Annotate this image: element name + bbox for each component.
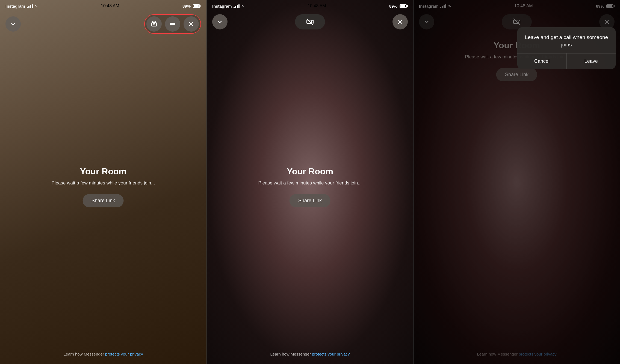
privacy-footer-2: Learn how Messenger protects your privac… [207,352,413,356]
signal-bar-1 [27,7,28,8]
video-camera-button[interactable] [165,16,180,32]
svg-rect-0 [152,23,157,26]
battery-pct-2: 89% [389,4,397,8]
privacy-link-2[interactable]: protects your privacy [312,352,350,356]
signal-bar-4 [32,4,33,8]
popup-menu: Leave and get a call when someone joins … [517,27,616,69]
battery-pct-1: 89% [182,4,191,8]
close-button-1[interactable] [184,16,199,32]
signal-bar-2-3 [237,5,238,8]
status-left-1: Instagram ∿ [5,4,38,8]
screen-1: Instagram ∿ 10:48 AM 89% [0,0,206,364]
time-2: 10:48 AM [308,4,326,8]
top-controls-2 [207,14,413,29]
room-subtitle-2: Please wait a few minutes while your fri… [228,180,393,186]
status-right-1: 89% [182,4,201,8]
svg-point-1 [153,23,155,25]
status-right-2: 89% [389,4,408,8]
camera-off-toggle[interactable] [295,14,325,29]
room-subtitle-1: Please wait a few minutes while your fri… [21,180,186,186]
signal-bars-2 [234,4,240,8]
signal-bar-3 [30,5,31,8]
room-content-2: Your Room Please wait a few minutes whil… [228,166,393,207]
battery-icon-2 [400,4,408,8]
share-link-button-1[interactable]: Share Link [83,194,124,207]
time-1: 10:48 AM [101,4,119,8]
signal-bar-2-4 [238,4,240,8]
chevron-down-button-1[interactable] [5,16,21,32]
app-name-2: Instagram [212,4,232,8]
share-link-button-2[interactable]: Share Link [290,194,330,207]
room-title-2: Your Room [228,166,393,177]
wifi-icon-2: ∿ [241,4,244,8]
footer-text-1: Learn how Messenger [64,352,105,356]
camera-flip-button[interactable] [146,16,162,32]
top-controls-1 [0,14,206,34]
popup-actions: Cancel Leave [517,53,616,69]
svg-line-3 [307,19,313,25]
popup-title: Leave and get a call when someone joins [517,27,616,53]
status-bar-2: Instagram ∿ 10:48 AM 89% [207,0,413,12]
status-bar-1: Instagram ∿ 10:48 AM 89% [0,0,206,12]
cancel-button[interactable]: Cancel [517,53,566,69]
signal-bars-1 [27,4,33,8]
close-button-2[interactable] [392,14,408,29]
app-name-1: Instagram [5,4,25,8]
wifi-icon-1: ∿ [34,4,38,8]
camera-controls-group-highlighted [144,14,201,34]
privacy-footer-1: Learn how Messenger protects your privac… [0,352,206,356]
status-left-2: Instagram ∿ [212,4,244,8]
svg-rect-2 [170,23,174,25]
battery-icon-1 [193,4,201,8]
screen-2: Instagram ∿ 10:48 AM 89% [207,0,413,364]
signal-bar-2-2 [235,6,236,8]
signal-bar-2-1 [234,7,235,8]
chevron-down-button-2[interactable] [212,14,228,29]
privacy-link-1[interactable]: protects your privacy [105,352,143,356]
room-content-1: Your Room Please wait a few minutes whil… [21,166,186,207]
screen-3: Instagram ∿ 10:48 AM 89% [414,0,620,364]
room-title-1: Your Room [21,166,186,177]
leave-button[interactable]: Leave [567,53,616,69]
footer-text-2: Learn how Messenger [270,352,312,356]
signal-bar-2 [28,6,29,8]
